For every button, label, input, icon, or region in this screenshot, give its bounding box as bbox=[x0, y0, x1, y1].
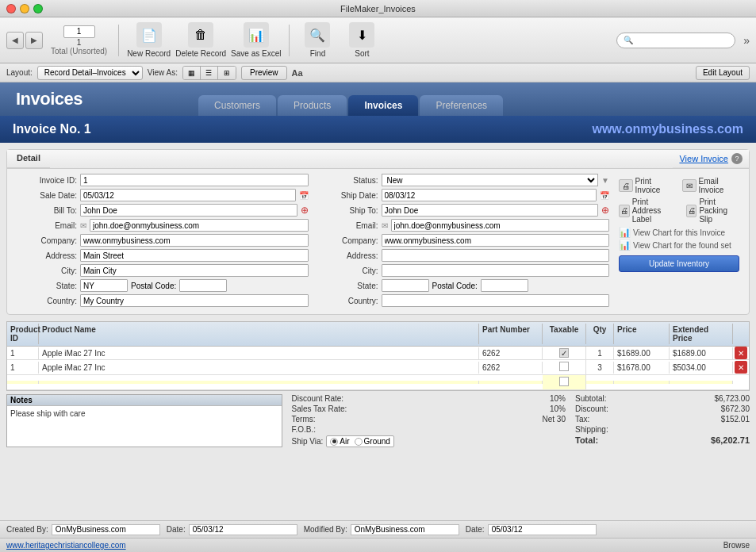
view-invoice-link[interactable]: View Invoice bbox=[679, 154, 728, 163]
tab-products[interactable]: Products bbox=[278, 95, 347, 116]
status-label: Status: bbox=[315, 176, 378, 185]
save-excel-button[interactable]: 📊 Save as Excel bbox=[231, 22, 281, 58]
delete-row-1-button[interactable]: ✕ bbox=[735, 347, 747, 359]
minimize-button[interactable] bbox=[20, 4, 29, 13]
created-date-input[interactable] bbox=[189, 524, 297, 535]
sales-tax-row: Sales Tax Rate: 10% bbox=[292, 404, 566, 413]
td-price-2: $1678.00 bbox=[614, 362, 670, 374]
ship-country-input[interactable] bbox=[382, 294, 610, 307]
update-inventory-button[interactable]: Update Inventory bbox=[619, 255, 739, 272]
taxable-checkbox-2[interactable] bbox=[559, 362, 569, 371]
state-input[interactable] bbox=[80, 279, 128, 292]
view-list-button[interactable]: ☰ bbox=[201, 67, 218, 79]
ship-postal-input[interactable] bbox=[481, 279, 528, 292]
invoice-id-input[interactable]: 1 bbox=[80, 174, 309, 186]
ship-state-input[interactable] bbox=[382, 279, 429, 292]
td-taxable-1[interactable]: ✓ bbox=[543, 347, 586, 359]
subtotal-row: Subtotal: $6,723.00 bbox=[575, 394, 750, 403]
tab-customers[interactable]: Customers bbox=[198, 95, 276, 116]
view-form-button[interactable]: ▦ bbox=[183, 67, 201, 79]
nav-back-button[interactable]: ◀ bbox=[6, 32, 24, 49]
city-input[interactable] bbox=[80, 264, 309, 277]
search-box[interactable]: 🔍 bbox=[616, 33, 735, 48]
tab-invoices[interactable]: Invoices bbox=[348, 95, 418, 116]
delete-record-button[interactable]: 🗑 Delete Record bbox=[175, 22, 226, 58]
delete-row-2-button[interactable]: ✕ bbox=[735, 361, 747, 374]
preview-button[interactable]: Preview bbox=[241, 66, 287, 80]
print-packing-button[interactable]: 🖨 Print Packing Slip bbox=[686, 197, 739, 224]
search-input[interactable] bbox=[633, 36, 728, 44]
invoice-id-row: Invoice ID: 1 bbox=[13, 174, 309, 186]
toolbar-more-button[interactable]: » bbox=[743, 34, 750, 47]
country-input[interactable] bbox=[80, 294, 309, 307]
ship-ground-radio[interactable] bbox=[355, 438, 363, 446]
totals-area: Subtotal: $6,723.00 Discount: $672.30 Ta… bbox=[575, 394, 750, 447]
ship-company-input[interactable] bbox=[382, 234, 610, 247]
tab-preferences[interactable]: Preferences bbox=[420, 95, 503, 116]
status-select[interactable]: New bbox=[382, 174, 599, 186]
ship-date-input[interactable] bbox=[382, 189, 597, 201]
empty-taxable-checkbox[interactable] bbox=[559, 377, 569, 386]
ship-air-radio[interactable] bbox=[330, 438, 338, 446]
detail-tab[interactable]: Detail bbox=[7, 150, 50, 168]
edit-layout-button[interactable]: Edit Layout bbox=[696, 66, 750, 80]
postal-code-input[interactable] bbox=[179, 279, 227, 292]
sale-date-calendar-icon[interactable]: 📅 bbox=[299, 191, 309, 200]
td-product-name-2: Apple iMac 27 Inc bbox=[39, 362, 479, 374]
view-chart-invoice-link[interactable]: 📊 View Chart for this Invoice bbox=[619, 227, 739, 238]
th-product-name: Product Name bbox=[39, 324, 479, 344]
address-row: Address: bbox=[13, 249, 309, 262]
print-address-label: Print Address Label bbox=[632, 197, 677, 224]
address-input[interactable] bbox=[80, 249, 309, 262]
bill-to-input[interactable] bbox=[80, 204, 297, 217]
nav-buttons[interactable]: ◀ ▶ bbox=[6, 32, 43, 49]
ship-email-input[interactable] bbox=[391, 219, 610, 232]
th-part-number: Part Number bbox=[479, 324, 543, 344]
modified-by-input[interactable] bbox=[351, 524, 459, 535]
record-number-input[interactable]: 1 bbox=[63, 25, 95, 38]
fob-label: F.O.B.: bbox=[292, 425, 317, 434]
close-button[interactable] bbox=[6, 4, 16, 13]
ship-date-calendar-icon[interactable]: 📅 bbox=[600, 191, 609, 200]
sort-button[interactable]: ⬇ Sort bbox=[342, 22, 382, 58]
maximize-button[interactable] bbox=[33, 4, 43, 13]
view-table-button[interactable]: ⊞ bbox=[218, 67, 236, 79]
website-link[interactable]: www.heritagechristiancollege.com bbox=[6, 541, 126, 550]
address-label: Address: bbox=[13, 251, 77, 260]
nav-forward-button[interactable]: ▶ bbox=[25, 32, 43, 49]
bill-to-clear-icon[interactable]: ⊕ bbox=[301, 205, 309, 216]
terms-row: Terms: Net 30 bbox=[292, 415, 566, 424]
view-chart-found-link[interactable]: 📊 View Chart for the found set bbox=[619, 240, 739, 251]
ship-ground-option[interactable]: Ground bbox=[355, 437, 390, 446]
aa-button[interactable]: Aa bbox=[292, 68, 303, 78]
notes-content[interactable]: Please ship with care bbox=[7, 406, 282, 446]
print-address-button[interactable]: 🖨 Print Address Label bbox=[619, 197, 677, 224]
new-record-button[interactable]: 📄 New Record bbox=[127, 22, 171, 58]
view-buttons[interactable]: ▦ ☰ ⊞ bbox=[182, 66, 236, 80]
ship-air-option[interactable]: Air bbox=[330, 437, 349, 446]
ship-to-input[interactable] bbox=[382, 204, 599, 217]
ship-state-row: State: Postal Code: bbox=[315, 279, 610, 292]
ship-email-label: Email: bbox=[315, 221, 378, 230]
print-invoice-button[interactable]: 🖨 Print Invoice bbox=[619, 177, 673, 194]
email-input[interactable] bbox=[90, 219, 309, 232]
ship-city-input[interactable] bbox=[382, 264, 610, 277]
taxable-checkbox-1[interactable]: ✓ bbox=[559, 348, 569, 358]
td-empty-pid bbox=[7, 381, 39, 384]
ship-address-input[interactable] bbox=[382, 249, 610, 262]
sale-date-input[interactable] bbox=[80, 189, 296, 201]
invoice-website: www.onmybusiness.com bbox=[592, 122, 743, 136]
ship-to-clear-icon[interactable]: ⊕ bbox=[601, 205, 609, 216]
modified-date-input[interactable] bbox=[488, 524, 597, 535]
chart-icon-1: 📊 bbox=[619, 227, 631, 238]
company-input[interactable] bbox=[80, 234, 309, 247]
help-icon[interactable]: ? bbox=[731, 153, 743, 164]
discount-total-row: Discount: $672.30 bbox=[575, 404, 750, 413]
layout-select[interactable]: Record Detail–Invoices bbox=[37, 66, 143, 80]
created-by-input[interactable] bbox=[52, 524, 160, 535]
find-button[interactable]: 🔍 Find bbox=[297, 22, 337, 58]
window-controls[interactable] bbox=[6, 4, 43, 13]
email-invoice-button[interactable]: ✉ Email Invoice bbox=[682, 177, 739, 194]
td-taxable-2[interactable] bbox=[543, 360, 586, 374]
print-address-icon: 🖨 bbox=[619, 205, 630, 217]
